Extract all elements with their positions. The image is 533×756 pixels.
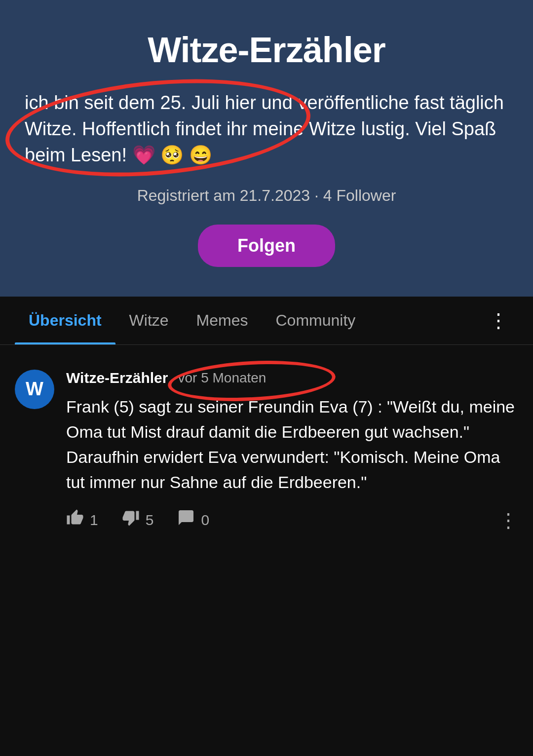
- profile-title: Witze-Erzähler: [20, 30, 513, 70]
- tab-memes[interactable]: Memes: [183, 297, 262, 344]
- tab-more-button[interactable]: ⋮: [479, 299, 518, 341]
- like-icon: [66, 509, 84, 531]
- like-count: 1: [90, 512, 98, 529]
- profile-meta: Registriert am 21.7.2023 · 4 Follower: [20, 187, 513, 205]
- tab-ubersicht[interactable]: Übersicht: [15, 297, 115, 344]
- profile-section: Witze-Erzähler ich bin seit dem 25. Juli…: [0, 0, 533, 297]
- post-header: Witze-Erzähler vor 5 Monaten: [66, 370, 518, 386]
- post-content: Witze-Erzähler vor 5 Monaten Frank (5) s…: [66, 370, 518, 531]
- comment-button[interactable]: 0: [177, 509, 209, 531]
- tab-witze[interactable]: Witze: [115, 297, 183, 344]
- comment-icon: [177, 509, 195, 531]
- follow-button[interactable]: Folgen: [198, 225, 335, 267]
- post-item: W Witze-Erzähler vor 5 Monaten Frank (5)…: [15, 360, 518, 541]
- dislike-button[interactable]: 5: [122, 509, 154, 531]
- post-more-button[interactable]: ⋮: [498, 509, 518, 531]
- tab-bar: Übersicht Witze Memes Community ⋮: [0, 297, 533, 345]
- profile-description: ich bin seit dem 25. Juli hier und veröf…: [20, 90, 513, 169]
- dislike-count: 5: [146, 512, 154, 529]
- post-time: vor 5 Monaten: [178, 370, 266, 386]
- post-text: Frank (5) sagt zu seiner Freundin Eva (7…: [66, 394, 518, 495]
- content-section: W Witze-Erzähler vor 5 Monaten Frank (5)…: [0, 345, 533, 556]
- post-author: Witze-Erzähler: [66, 370, 168, 386]
- comment-count: 0: [201, 512, 209, 529]
- tab-community[interactable]: Community: [262, 297, 370, 344]
- action-bar: 1 5: [66, 509, 518, 531]
- dislike-icon: [122, 509, 140, 531]
- avatar[interactable]: W: [15, 370, 54, 409]
- like-button[interactable]: 1: [66, 509, 98, 531]
